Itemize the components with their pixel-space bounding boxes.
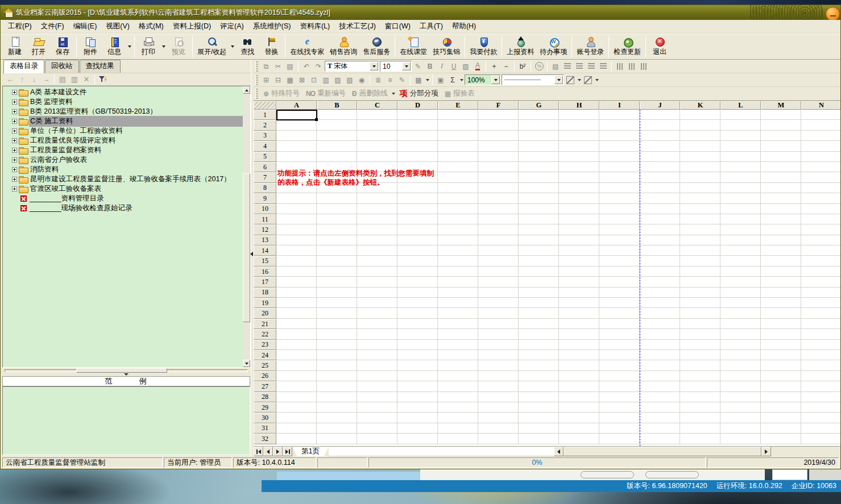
cell-A22[interactable]	[276, 329, 317, 339]
cell-D20[interactable]	[397, 308, 438, 318]
cell-K5[interactable]	[680, 152, 720, 162]
cell-A17[interactable]	[276, 277, 317, 287]
cell-E12[interactable]	[438, 224, 478, 235]
column-header-A[interactable]: A	[276, 101, 317, 110]
font-size-select[interactable]: 10	[380, 61, 412, 72]
cell-F9[interactable]	[478, 193, 519, 203]
cell-J7[interactable]	[640, 172, 680, 182]
cell-J27[interactable]	[640, 381, 680, 391]
cell-J19[interactable]	[640, 298, 680, 308]
replace-button[interactable]: 替换	[259, 35, 283, 59]
row-header-21[interactable]: 21	[254, 319, 276, 329]
cell-M19[interactable]	[761, 298, 801, 308]
row-header-20[interactable]: 20	[254, 308, 276, 318]
cell-E29[interactable]	[438, 402, 478, 413]
cell-I15[interactable]	[599, 256, 640, 266]
cell-J9[interactable]	[640, 193, 680, 203]
row-header-14[interactable]: 14	[254, 245, 276, 256]
copy-node-icon[interactable]: ▤	[57, 74, 68, 85]
cell-C18[interactable]	[357, 288, 397, 298]
cell-G10[interactable]	[519, 204, 559, 214]
cell-B1[interactable]	[317, 110, 357, 120]
expand-button[interactable]: 展开/收起	[194, 35, 229, 59]
cell-A13[interactable]	[276, 235, 317, 245]
cell-G16[interactable]	[519, 266, 559, 277]
cell-E7[interactable]	[438, 172, 478, 182]
inspection-form-button[interactable]: ▦报验表	[442, 88, 478, 99]
cell-J1[interactable]	[640, 110, 680, 120]
cell-N21[interactable]	[801, 319, 840, 329]
cell-D28[interactable]	[397, 392, 438, 402]
cell-H7[interactable]	[559, 172, 599, 182]
cell-K11[interactable]	[680, 214, 720, 224]
cell-N13[interactable]	[801, 235, 840, 245]
cell-J20[interactable]	[640, 308, 680, 318]
cell-K24[interactable]	[680, 350, 720, 360]
combo-arrow-icon[interactable]	[554, 76, 563, 84]
cell-D25[interactable]	[397, 360, 438, 370]
row-header-18[interactable]: 18	[254, 288, 276, 298]
dropdown-arrow-icon[interactable]	[594, 74, 599, 86]
strikeline-button[interactable]: Ð画删除线	[349, 88, 391, 99]
column-header-J[interactable]: J	[640, 101, 680, 110]
cell-H20[interactable]	[559, 308, 599, 318]
expand-plus-icon[interactable]	[12, 119, 17, 124]
cell-K30[interactable]	[680, 413, 720, 423]
cell-A12[interactable]	[276, 224, 317, 235]
cell-H27[interactable]	[559, 381, 599, 391]
cell-N31[interactable]	[801, 423, 840, 434]
cell-H2[interactable]	[559, 120, 599, 130]
special-symbol-button[interactable]: ⊕特殊符号	[260, 88, 303, 99]
cell-L15[interactable]	[720, 256, 761, 266]
cell-L12[interactable]	[720, 224, 761, 235]
cell-N29[interactable]	[801, 402, 840, 413]
menu-item-7[interactable]: 系统维护(S)	[249, 20, 295, 33]
cell-D11[interactable]	[397, 214, 438, 224]
column-header-M[interactable]: M	[761, 101, 801, 110]
expand-plus-icon[interactable]	[12, 186, 17, 191]
cell-A29[interactable]	[276, 402, 317, 413]
cell-F23[interactable]	[478, 340, 519, 350]
cell-F8[interactable]	[478, 183, 519, 193]
cell-K17[interactable]	[680, 277, 720, 287]
cell-I9[interactable]	[599, 193, 640, 203]
cell-B26[interactable]	[317, 371, 357, 381]
cell-D19[interactable]	[397, 298, 438, 308]
exit-button[interactable]: ✕退出	[648, 35, 672, 59]
vertical-distribute-icon[interactable]	[638, 61, 649, 72]
cell-D23[interactable]	[397, 340, 438, 350]
cell-I7[interactable]	[599, 172, 640, 182]
superscript-icon[interactable]: b²	[517, 61, 528, 72]
cell-J17[interactable]	[640, 277, 680, 287]
cell-G5[interactable]	[519, 152, 559, 162]
row-header-31[interactable]: 31	[254, 423, 276, 434]
cell-I28[interactable]	[599, 392, 640, 402]
cell-M21[interactable]	[761, 319, 801, 329]
underline-icon[interactable]: U	[448, 61, 459, 72]
cell-N10[interactable]	[801, 204, 840, 214]
fill-color-icon[interactable]: ▨	[460, 61, 471, 72]
cell-B31[interactable]	[317, 423, 357, 434]
cell-M18[interactable]	[761, 288, 801, 298]
cell-H9[interactable]	[559, 193, 599, 203]
cell-D22[interactable]	[397, 329, 438, 339]
cell-H22[interactable]	[559, 329, 599, 339]
tree-item-3[interactable]: C类 施工资料	[3, 116, 243, 126]
cell-D5[interactable]	[397, 152, 438, 162]
cell-I16[interactable]	[599, 266, 640, 277]
cell-K8[interactable]	[680, 183, 720, 193]
cell-H4[interactable]	[559, 141, 599, 151]
cell-L10[interactable]	[720, 204, 761, 214]
cell-F21[interactable]	[478, 319, 519, 329]
cell-N30[interactable]	[801, 413, 840, 423]
menu-item-2[interactable]: 编辑(E)	[69, 20, 101, 33]
row-header-1[interactable]: 1	[254, 110, 276, 120]
cell-M29[interactable]	[761, 402, 801, 413]
row-header-28[interactable]: 28	[254, 392, 276, 402]
cell-N20[interactable]	[801, 308, 840, 318]
cell-L5[interactable]	[720, 152, 761, 162]
menu-item-4[interactable]: 格式(M)	[135, 20, 168, 33]
cell-H30[interactable]	[559, 413, 599, 423]
cell-K10[interactable]	[680, 204, 720, 214]
cell-G18[interactable]	[519, 288, 559, 298]
